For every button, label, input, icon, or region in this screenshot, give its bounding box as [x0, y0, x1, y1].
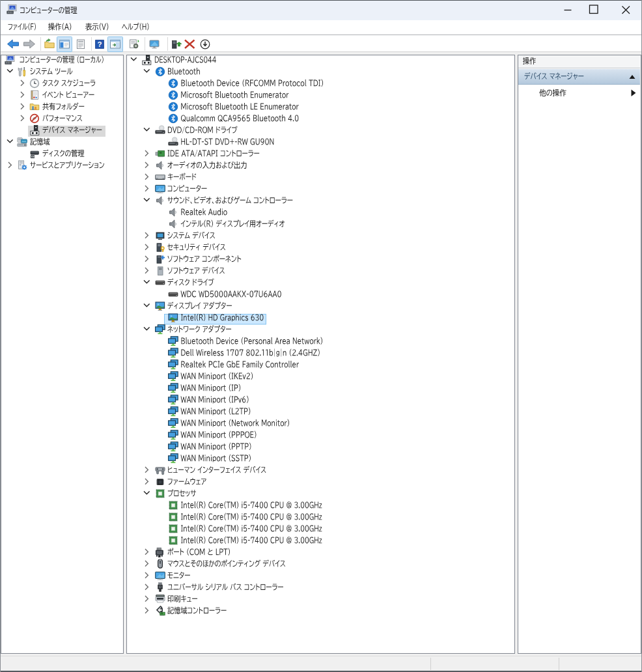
svg-text:?: ? [97, 40, 102, 48]
